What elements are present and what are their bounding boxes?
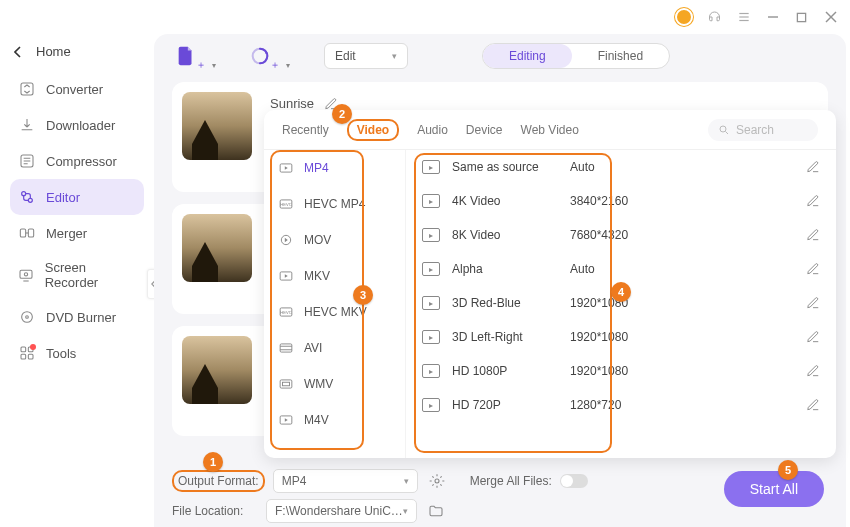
- seg-finished[interactable]: Finished: [572, 44, 669, 68]
- format-icon: [278, 161, 294, 175]
- play-icon: [422, 398, 440, 412]
- sidebar-home[interactable]: Home: [10, 40, 144, 71]
- sidebar-item-downloader[interactable]: Downloader: [10, 107, 144, 143]
- edit-icon[interactable]: [806, 364, 820, 378]
- video-thumbnail[interactable]: [182, 336, 252, 404]
- sidebar-item-compressor[interactable]: Compressor: [10, 143, 144, 179]
- res-value: 7680*4320: [570, 228, 660, 242]
- sidebar-item-tools[interactable]: Tools: [10, 335, 144, 371]
- card-title: Sunrise: [270, 96, 314, 111]
- res-name: Same as source: [452, 160, 570, 174]
- svg-point-30: [435, 479, 439, 483]
- svg-rect-43: [280, 380, 292, 388]
- maximize-button[interactable]: [794, 10, 809, 25]
- svg-rect-21: [21, 354, 26, 359]
- file-location-dropdown[interactable]: F:\Wondershare UniConverter 1 ▾: [266, 499, 417, 523]
- format-item[interactable]: WMV: [264, 366, 405, 402]
- sidebar-item-dvdburner[interactable]: DVD Burner: [10, 299, 144, 335]
- sidebar-item-merger[interactable]: Merger: [10, 215, 144, 251]
- edit-icon[interactable]: [806, 160, 820, 174]
- sidebar-label: Merger: [46, 226, 87, 241]
- merge-toggle[interactable]: [560, 474, 588, 488]
- format-icon: [278, 269, 294, 283]
- sidebar-home-label: Home: [36, 44, 71, 59]
- start-all-button[interactable]: Start All: [724, 471, 824, 507]
- video-thumbnail[interactable]: [182, 92, 252, 160]
- resolution-list: Same as sourceAuto 4K Video3840*2160 8K …: [406, 150, 836, 458]
- user-avatar[interactable]: [675, 8, 693, 26]
- format-search[interactable]: Search: [708, 119, 818, 141]
- open-folder-icon[interactable]: [425, 500, 447, 522]
- resolution-row[interactable]: 4K Video3840*2160: [406, 184, 836, 218]
- settings-icon[interactable]: [426, 470, 448, 492]
- chevron-down-icon: ▾: [392, 51, 397, 61]
- edit-icon[interactable]: [806, 194, 820, 208]
- resolution-row[interactable]: Same as sourceAuto: [406, 150, 836, 184]
- chevron-left-icon: [14, 46, 22, 58]
- format-item[interactable]: AVI: [264, 330, 405, 366]
- play-icon: [422, 228, 440, 242]
- format-label: MKV: [304, 269, 330, 283]
- menu-icon[interactable]: [736, 10, 751, 25]
- add-url-button[interactable]: ＋ ▾: [246, 42, 274, 70]
- tab-audio[interactable]: Audio: [417, 121, 448, 139]
- support-icon[interactable]: [707, 10, 722, 25]
- format-popup: Recently Video Audio Device Web Video Se…: [264, 110, 836, 458]
- sidebar-label: Compressor: [46, 154, 117, 169]
- res-value: 1280*720: [570, 398, 660, 412]
- sidebar-label: Converter: [46, 82, 103, 97]
- format-item[interactable]: MP4: [264, 150, 405, 186]
- tab-device[interactable]: Device: [466, 121, 503, 139]
- minimize-button[interactable]: [765, 10, 780, 25]
- sidebar-item-converter[interactable]: Converter: [10, 71, 144, 107]
- close-button[interactable]: [823, 10, 838, 25]
- svg-point-31: [720, 126, 726, 132]
- resolution-row[interactable]: 3D Left-Right1920*1080: [406, 320, 836, 354]
- svg-rect-12: [28, 229, 33, 237]
- sidebar-item-screenrecorder[interactable]: Screen Recorder: [10, 251, 144, 299]
- edit-icon[interactable]: [806, 330, 820, 344]
- play-icon: [422, 364, 440, 378]
- sidebar-label: Screen Recorder: [45, 260, 136, 290]
- annotation-badge-4: 4: [611, 282, 631, 302]
- add-file-button[interactable]: ＋ ▾: [172, 42, 200, 70]
- format-item[interactable]: MKV: [264, 258, 405, 294]
- play-icon: [422, 330, 440, 344]
- tab-webvideo[interactable]: Web Video: [521, 121, 579, 139]
- video-thumbnail[interactable]: [182, 214, 252, 282]
- svg-rect-19: [21, 347, 26, 352]
- edit-icon[interactable]: [806, 262, 820, 276]
- play-icon: [422, 194, 440, 208]
- tab-recently[interactable]: Recently: [282, 121, 329, 139]
- resolution-row[interactable]: HD 720P1280*720: [406, 388, 836, 422]
- edit-icon[interactable]: [806, 228, 820, 242]
- format-icon: [278, 341, 294, 355]
- format-item[interactable]: HEVCHEVC MP4: [264, 186, 405, 222]
- dropdown-icon: ▾: [286, 61, 290, 70]
- format-label: AVI: [304, 341, 322, 355]
- resolution-row[interactable]: 8K Video7680*4320: [406, 218, 836, 252]
- res-name: 3D Red-Blue: [452, 296, 570, 310]
- svg-point-18: [26, 316, 29, 319]
- format-item[interactable]: MOV: [264, 222, 405, 258]
- res-name: HD 720P: [452, 398, 570, 412]
- format-label: MOV: [304, 233, 331, 247]
- format-label: MP4: [304, 161, 329, 175]
- annotation-badge-5: 5: [778, 460, 798, 480]
- edit-icon[interactable]: [806, 398, 820, 412]
- tab-video[interactable]: Video: [347, 119, 399, 141]
- resolution-row[interactable]: AlphaAuto: [406, 252, 836, 286]
- format-item[interactable]: HEVCHEVC MKV: [264, 294, 405, 330]
- sidebar-item-editor[interactable]: Editor: [10, 179, 144, 215]
- format-item[interactable]: M4V: [264, 402, 405, 438]
- mode-dropdown[interactable]: Edit ▾: [324, 43, 408, 69]
- format-label: HEVC MKV: [304, 305, 367, 319]
- format-label: HEVC MP4: [304, 197, 365, 211]
- resolution-row[interactable]: HD 1080P1920*1080: [406, 354, 836, 388]
- play-icon: [422, 296, 440, 310]
- edit-icon[interactable]: [806, 296, 820, 310]
- seg-editing[interactable]: Editing: [483, 44, 572, 68]
- output-format-dropdown[interactable]: MP4 ▾: [273, 469, 418, 493]
- res-value: Auto: [570, 160, 660, 174]
- format-icon: [278, 377, 294, 391]
